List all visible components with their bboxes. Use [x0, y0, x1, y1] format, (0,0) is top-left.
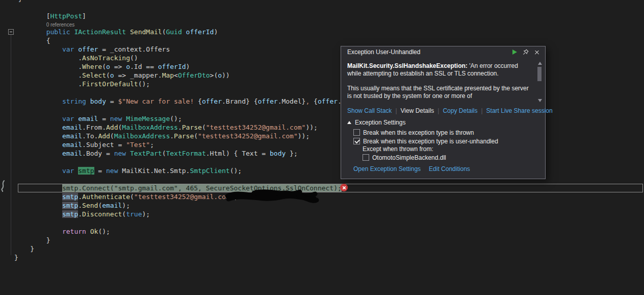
popup-link[interactable]: Show Call Stack [347, 107, 392, 114]
code-line[interactable]: { [0, 36, 644, 45]
ink-scribble-redaction [223, 188, 320, 205]
checkbox-label: Break when this exception type is user-u… [363, 138, 498, 145]
message-scrollbar[interactable] [537, 62, 543, 102]
code-line[interactable]: smtp.Send(email); [0, 201, 644, 210]
exception-type: MailKit.Security.SslHandshakeException: [347, 62, 468, 69]
pin-icon [523, 49, 529, 55]
continue-button[interactable] [509, 47, 520, 57]
code-line[interactable]: var smtp = new MailKit.Net.Smtp.SmtpClie… [0, 166, 644, 175]
code-lines: } [HttpPost] 0 references public IAction… [0, 0, 644, 262]
checkbox-label: Break when this exception type is thrown [363, 129, 474, 136]
code-line[interactable] [0, 158, 644, 166]
code-line[interactable] [0, 175, 644, 184]
code-line[interactable]: .AsNoTracking() [0, 54, 644, 62]
code-line[interactable]: smtp.Connect("smtp.gmail.com", 465, Secu… [0, 184, 644, 192]
except-from-label: Except when thrown from: [363, 145, 539, 153]
code-line[interactable] [0, 88, 644, 97]
exception-message-line: MailKit.Security.SslHandshakeException: … [347, 62, 530, 78]
codelens-references[interactable]: 0 references [0, 20, 644, 28]
exception-message: MailKit.Security.SslHandshakeException: … [341, 58, 545, 106]
popup-title: Exception User-Unhandled [347, 48, 508, 56]
ink-mark [0, 180, 6, 192]
popup-link[interactable]: View Details [401, 107, 434, 114]
checkbox-unchecked[interactable] [353, 129, 360, 136]
code-line[interactable]: } [0, 253, 644, 262]
code-line[interactable]: .FirstOrDefault(); [0, 80, 644, 88]
checkbox-row: OtomotoSimpleBackend.dll [363, 153, 539, 162]
exception-settings-label: Exception Settings [355, 119, 405, 126]
settings-link[interactable]: Edit Conditions [429, 165, 470, 173]
code-line[interactable]: } [0, 236, 644, 244]
code-line[interactable]: email.Body = new TextPart(TextFormat.Htm… [0, 149, 644, 158]
code-line[interactable]: smtp.Authenticate("testtest34252@gmail.c… [0, 192, 644, 201]
close-icon [534, 50, 539, 55]
code-line[interactable]: .Where(o => o.Id == offerId) [0, 62, 644, 71]
scroll-down-icon[interactable] [538, 99, 542, 102]
exception-error-icon[interactable] [340, 184, 348, 191]
code-line[interactable]: smtp.Disconnect(true); [0, 210, 644, 218]
code-line[interactable]: email.From.Add(MailboxAddress.Parse("tes… [0, 123, 644, 132]
checkbox-row: Break when this exception type is user-u… [353, 137, 539, 145]
expander-icon [347, 121, 351, 124]
link-separator: | [395, 107, 397, 114]
exception-detail: This usually means that the SSL certific… [347, 85, 530, 100]
scroll-up-icon[interactable] [538, 62, 542, 65]
code-editor[interactable]: } [HttpPost] 0 references public IAction… [0, 0, 644, 295]
checkbox-unchecked[interactable] [363, 154, 369, 161]
code-line[interactable]: email.Subject = "Test"; [0, 140, 644, 149]
checkbox-checked[interactable] [353, 138, 360, 144]
checkbox-label: OtomotoSimpleBackend.dll [372, 154, 446, 161]
code-line[interactable] [0, 3, 644, 12]
popup-link[interactable]: Start Live Share session [486, 107, 553, 114]
code-line[interactable]: [HttpPost] [0, 12, 644, 20]
fold-collapse-icon[interactable] [8, 29, 14, 35]
link-separator: | [481, 107, 482, 114]
code-line[interactable]: .Select(o => _mapper.Map<OfferDto>(o)) [0, 71, 644, 80]
scrollbar-thumb[interactable] [537, 67, 542, 81]
link-separator: | [437, 107, 439, 114]
popup-action-links: Show Call Stack|View Details|Copy Detail… [341, 106, 545, 118]
close-button[interactable] [532, 47, 542, 57]
code-line[interactable]: var email = new MimeMessage(); [0, 114, 644, 123]
popup-link[interactable]: Copy Details [443, 107, 477, 114]
code-line[interactable]: } [0, 244, 644, 253]
play-icon [512, 50, 517, 55]
popup-title-bar: Exception User-Unhandled [341, 46, 545, 58]
settings-rows: Break when this exception type is thrown… [347, 128, 539, 162]
settings-link[interactable]: Open Exception Settings [353, 165, 421, 173]
code-line[interactable]: return Ok(); [0, 227, 644, 236]
exception-popup: Exception User-Unhandled MailKit.Securit… [341, 46, 546, 179]
code-line[interactable]: public IActionResult SendMail(Guid offer… [0, 28, 644, 36]
checkbox-row: Break when this exception type is thrown [353, 128, 539, 137]
exception-settings: Exception Settings Break when this excep… [341, 118, 545, 179]
exception-settings-header[interactable]: Exception Settings [347, 118, 539, 127]
code-line[interactable]: var offer = _context.Offers [0, 45, 644, 54]
code-line[interactable] [0, 218, 644, 227]
pin-button[interactable] [521, 47, 531, 57]
code-line[interactable]: string body = $"New car for sale! {offer… [0, 97, 644, 106]
code-line[interactable]: email.To.Add(MailboxAddress.Parse("testt… [0, 132, 644, 140]
settings-links: Open Exception SettingsEdit Conditions [353, 165, 539, 173]
